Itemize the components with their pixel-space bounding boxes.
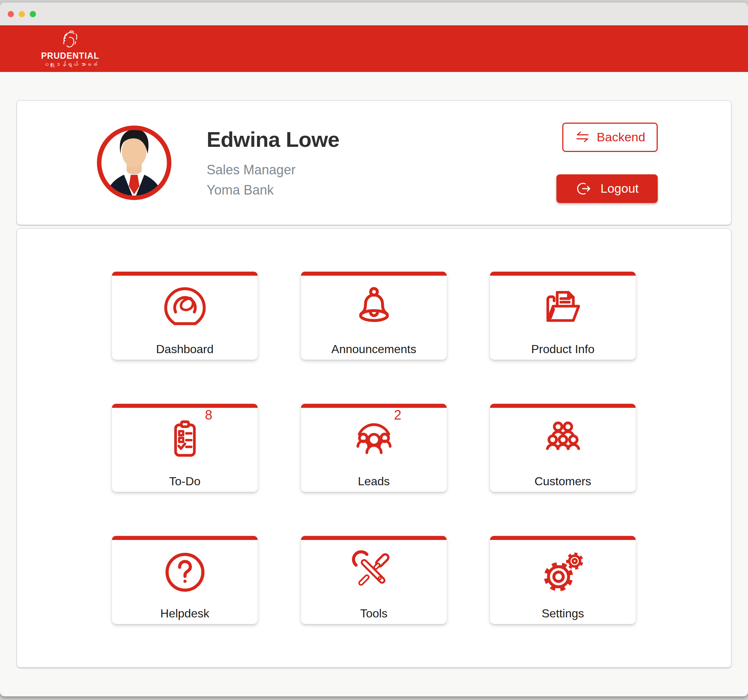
tile-customers[interactable]: Customers [490,404,636,492]
tile-top-bar [490,404,636,408]
page-content: Edwina Lowe Sales Manager Yoma Bank Bac [0,72,748,668]
profile-organization: Yoma Bank [207,184,339,197]
tile-label: Settings [490,607,636,619]
tile-top-bar [301,404,447,408]
profile-actions: Backend Logout [556,123,658,203]
tile-todo[interactable]: 8To-Do [112,404,258,492]
backend-button-label: Backend [597,130,645,144]
profile-name: Edwina Lowe [207,129,339,150]
prudential-face-icon [53,30,87,52]
avatar [97,125,172,201]
gears-icon [541,550,585,595]
tile-leads[interactable]: 2Leads [301,404,447,492]
tile-dashboard[interactable]: Dashboard [112,272,258,360]
app-header: PRUDENTIAL ပရူဒန်ရှယ် အာမခံ [0,25,748,72]
prudential-logo: PRUDENTIAL ပရူဒန်ရှယ် အာမခံ [41,30,99,67]
tile-top-bar [112,404,258,408]
gauge-icon [163,286,207,330]
backend-button[interactable]: Backend [562,123,658,152]
tile-label: Leads [301,475,447,487]
tile-tools[interactable]: Tools [301,536,447,624]
close-window-button[interactable] [8,11,14,17]
tile-top-bar [490,272,636,275]
swap-arrows-icon [575,129,590,145]
tile-grid: DashboardAnnouncementsProduct Info8To-Do… [112,272,636,624]
tile-announcements[interactable]: Announcements [301,272,447,360]
folder-doc-icon [541,286,585,330]
tools-icon [351,550,397,595]
tile-label: Customers [490,475,636,487]
tile-label: Announcements [301,343,447,355]
tile-top-bar [490,536,636,540]
people-group-icon [351,418,397,463]
app-window: PRUDENTIAL ပရူဒန်ရှယ် အာမခံ [0,3,748,696]
tile-product-info[interactable]: Product Info [490,272,636,360]
question-icon [163,550,207,595]
logout-button[interactable]: Logout [556,174,658,203]
profile-text: Edwina Lowe Sales Manager Yoma Bank [207,129,339,197]
tile-top-bar [301,536,447,540]
brand-name: PRUDENTIAL [41,52,99,60]
tile-label: To-Do [112,475,258,487]
tile-settings[interactable]: Settings [490,536,636,624]
menu-card: DashboardAnnouncementsProduct Info8To-Do… [17,228,731,668]
maximize-window-button[interactable] [30,11,36,17]
logout-icon [576,181,591,197]
tile-top-bar [301,272,447,275]
tile-helpdesk[interactable]: Helpdesk [112,536,258,624]
tile-label: Dashboard [112,343,258,355]
tile-top-bar [112,272,258,275]
minimize-window-button[interactable] [19,11,25,17]
clipboard-icon [163,418,207,463]
tile-label: Helpdesk [112,607,258,619]
profile-role: Sales Manager [207,163,339,177]
tile-label: Tools [301,607,447,619]
bell-icon [351,286,397,330]
brand-subtitle: ပရူဒန်ရှယ် အာမခံ [43,62,97,67]
profile-card: Edwina Lowe Sales Manager Yoma Bank Bac [17,100,731,225]
logout-button-label: Logout [601,181,639,196]
tile-label: Product Info [490,343,636,355]
tile-top-bar [112,536,258,540]
people-crowd-icon [541,418,585,463]
window-titlebar [0,3,748,25]
